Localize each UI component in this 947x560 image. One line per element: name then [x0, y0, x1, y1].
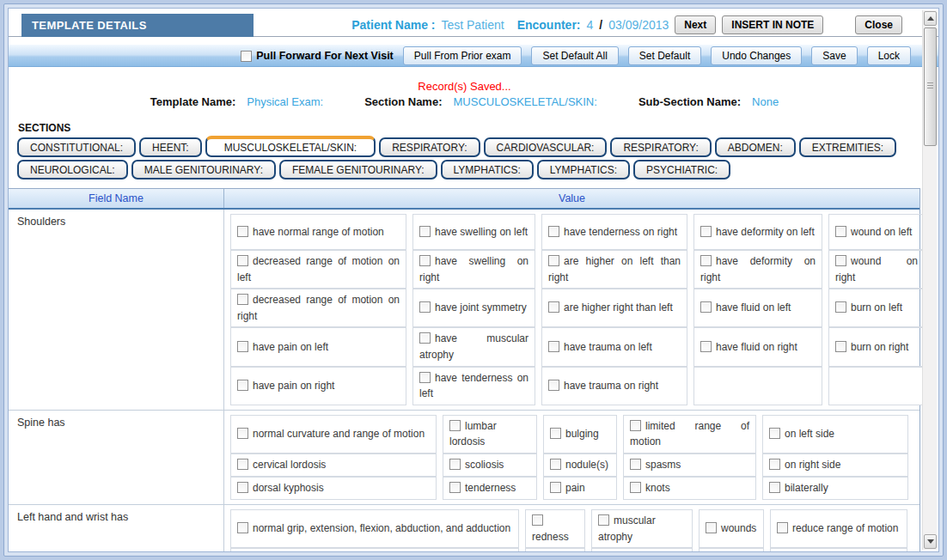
toolbar-button-save[interactable]: Save: [811, 46, 857, 65]
tab-constitutional[interactable]: CONSTITUTIONAL:: [17, 137, 136, 157]
checkbox[interactable]: [548, 341, 559, 352]
vertical-scrollbar[interactable]: [922, 10, 937, 550]
checkbox[interactable]: [237, 459, 248, 470]
checkbox-cell[interactable]: limited range of motion: [623, 415, 756, 453]
checkbox-cell[interactable]: [699, 548, 764, 552]
checkbox[interactable]: [835, 341, 846, 352]
checkbox[interactable]: [700, 301, 712, 313]
checkbox[interactable]: [550, 428, 561, 439]
checkbox[interactable]: [630, 459, 641, 470]
checkbox[interactable]: [419, 301, 431, 313]
toolbar-button-undo-changes[interactable]: Undo Changes: [711, 46, 802, 65]
toolbar-button-set-default[interactable]: Set Default: [628, 46, 701, 65]
tab-male-genitourinary[interactable]: MALE GENITOURINARY:: [131, 160, 276, 180]
checkbox[interactable]: [449, 482, 461, 493]
checkbox-cell[interactable]: have pain on left: [230, 327, 406, 366]
checkbox[interactable]: [769, 459, 780, 470]
toolbar-button-set-default-all[interactable]: Set Default All: [531, 46, 618, 65]
checkbox[interactable]: [449, 420, 461, 431]
encounter-date[interactable]: 03/09/2013: [608, 18, 669, 32]
checkbox-cell[interactable]: decreased range of motion on left: [230, 250, 406, 289]
checkbox-cell[interactable]: have tenderness on right: [541, 214, 687, 250]
insert-in-note-button[interactable]: INSERT IN NOTE: [722, 15, 823, 34]
checkbox[interactable]: [777, 522, 788, 533]
tab-cardiovascular[interactable]: CARDIOVASCULAR:: [484, 137, 608, 157]
checkbox-cell[interactable]: on left side: [762, 415, 908, 453]
checkbox[interactable]: [550, 459, 561, 470]
scrollbar-thumb[interactable]: [924, 27, 937, 146]
checkbox-cell[interactable]: bulging: [543, 415, 617, 453]
pull-forward-checkbox-label[interactable]: Pull Forward For Next Visit: [241, 50, 394, 62]
checkbox-cell[interactable]: are higher right than left: [541, 289, 687, 327]
checkbox[interactable]: [769, 482, 780, 493]
checkbox-cell[interactable]: pain: [543, 477, 617, 500]
close-button[interactable]: Close: [855, 15, 902, 34]
checkbox-cell[interactable]: [525, 548, 585, 552]
tab-psychiatric[interactable]: PSYCHIATRIC:: [633, 160, 730, 180]
checkbox-cell[interactable]: decreased range of motion on right: [230, 289, 406, 327]
checkbox-cell[interactable]: have fluid on right: [693, 327, 822, 366]
checkbox-cell[interactable]: muscular atrophy: [591, 509, 693, 548]
checkbox-cell[interactable]: scoliosis: [443, 453, 537, 477]
template-name-value[interactable]: Physical Exam:: [247, 95, 323, 108]
checkbox[interactable]: [237, 226, 248, 237]
tab-heent[interactable]: HEENT:: [139, 137, 202, 157]
checkbox-cell[interactable]: have pain on right: [230, 367, 406, 405]
scrollbar-down-button[interactable]: [924, 534, 937, 549]
checkbox[interactable]: [550, 482, 561, 493]
checkbox[interactable]: [835, 301, 846, 313]
checkbox[interactable]: [237, 522, 248, 533]
checkbox[interactable]: [419, 332, 431, 344]
tab-lymphatics[interactable]: LYMPHATICS:: [537, 160, 630, 180]
checkbox-cell[interactable]: have joint symmetry: [412, 289, 535, 327]
checkbox[interactable]: [706, 522, 717, 533]
checkbox[interactable]: [237, 428, 248, 439]
checkbox[interactable]: [237, 294, 248, 305]
checkbox-cell[interactable]: have deformity on left: [693, 214, 822, 250]
tab-extremities[interactable]: EXTREMITIES:: [799, 137, 896, 157]
checkbox-cell[interactable]: spasms: [623, 453, 756, 477]
checkbox[interactable]: [237, 255, 248, 266]
section-name-value[interactable]: MUSCULOSKELETAL/SKIN:: [454, 95, 597, 108]
checkbox[interactable]: [630, 482, 641, 493]
tab-neurological[interactable]: NEUROLOGICAL:: [17, 160, 128, 180]
checkbox[interactable]: [769, 428, 780, 439]
checkbox-cell[interactable]: have swelling on left: [412, 214, 535, 250]
checkbox-cell[interactable]: cervical lordosis: [230, 453, 437, 477]
checkbox[interactable]: [835, 226, 846, 237]
checkbox[interactable]: [548, 301, 559, 313]
checkbox[interactable]: [700, 255, 712, 266]
checkbox-cell[interactable]: have trauma on right: [541, 367, 687, 405]
checkbox[interactable]: [532, 514, 543, 526]
checkbox[interactable]: [419, 372, 431, 383]
checkbox-cell[interactable]: on right side: [762, 453, 908, 477]
checkbox[interactable]: [237, 380, 248, 391]
checkbox-cell[interactable]: burn on left: [828, 289, 925, 327]
tab-respiratory[interactable]: RESPIRATORY:: [610, 137, 711, 157]
checkbox[interactable]: [237, 482, 248, 493]
checkbox-cell[interactable]: have trauma on left: [541, 327, 687, 366]
checkbox-cell[interactable]: have muscular atrophy: [412, 327, 535, 366]
checkbox[interactable]: [548, 226, 559, 237]
checkbox[interactable]: [449, 459, 461, 470]
checkbox[interactable]: [700, 226, 712, 237]
checkbox[interactable]: [419, 226, 431, 237]
checkbox[interactable]: [548, 255, 559, 266]
checkbox-cell[interactable]: lumbar lordosis: [443, 415, 537, 453]
checkbox-cell[interactable]: wound on right: [828, 250, 925, 289]
toolbar-button-lock[interactable]: Lock: [867, 46, 911, 65]
toolbar-button-pull-from-prior-exam[interactable]: Pull From Prior exam: [403, 46, 522, 65]
next-button[interactable]: Next: [675, 15, 716, 34]
checkbox-cell[interactable]: knots: [623, 477, 756, 500]
subsection-name-value[interactable]: None: [752, 95, 779, 108]
checkbox-cell[interactable]: burn on right: [828, 327, 925, 366]
checkbox-cell[interactable]: normal curvature and range of motion: [230, 415, 437, 453]
checkbox-cell[interactable]: have normal range of motion: [230, 214, 406, 250]
checkbox-cell[interactable]: have tenderness on left: [412, 367, 535, 405]
checkbox-cell[interactable]: wounds: [699, 509, 764, 548]
tab-female-genitourinary[interactable]: FEMALE GENITOURINARY:: [279, 160, 437, 180]
checkbox[interactable]: [835, 255, 846, 266]
checkbox-cell[interactable]: have fluid on left: [693, 289, 822, 327]
checkbox[interactable]: [630, 420, 641, 431]
checkbox-cell[interactable]: reduce range of motion: [770, 509, 907, 548]
